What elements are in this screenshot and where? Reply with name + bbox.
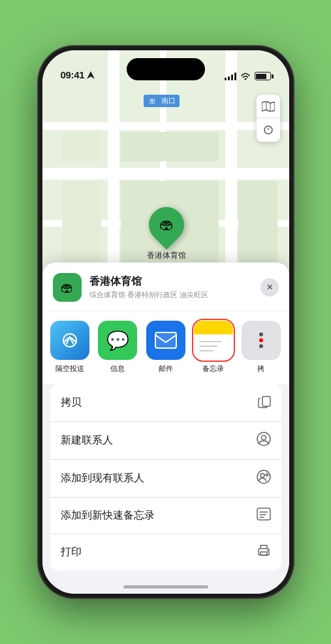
- signal-bar-4: [234, 72, 236, 80]
- stadium-label: 香港体育馆: [147, 250, 186, 261]
- more-label: 拷: [257, 364, 264, 374]
- note-svg: [257, 507, 271, 521]
- share-item-notes[interactable]: 备忘录: [191, 321, 236, 374]
- svg-point-19: [267, 550, 268, 551]
- stadium-pin: 🏟: [141, 200, 191, 250]
- svg-point-2: [264, 126, 272, 134]
- home-indicator: [123, 585, 208, 588]
- action-list: 拷贝 新建联系人: [50, 384, 281, 570]
- action-print[interactable]: 打印: [50, 534, 281, 570]
- svg-rect-13: [257, 508, 270, 520]
- svg-rect-4: [155, 332, 176, 348]
- add-existing-icon: [257, 470, 271, 487]
- compass-icon: [263, 125, 274, 135]
- signal-bars: [225, 72, 236, 80]
- location-header: 🏟 香港体育馆 综合体育馆·香港特别行政区 油尖旺区 ✕: [42, 263, 289, 311]
- contact-svg: [257, 432, 271, 446]
- dynamic-island: [127, 58, 205, 80]
- mail-svg: [155, 332, 177, 349]
- signal-bar-3: [231, 74, 233, 80]
- quick-note-label: 添加到新快速备忘录: [61, 509, 155, 523]
- location-button[interactable]: [257, 118, 280, 142]
- signal-bar-1: [225, 78, 227, 80]
- airdrop-svg: [60, 330, 80, 350]
- add-contact-svg: [257, 470, 271, 484]
- action-add-existing[interactable]: 添加到现有联系人: [50, 460, 281, 498]
- new-contact-icon: [257, 432, 271, 449]
- stadium-pin-icon: 🏟: [159, 216, 174, 233]
- share-row: 隔空投送 💬 信息 邮件: [42, 312, 289, 384]
- airdrop-label: 隔空投送: [55, 364, 84, 374]
- map-type-button[interactable]: [257, 95, 280, 118]
- notes-label: 备忘录: [202, 364, 224, 374]
- svg-point-1: [244, 78, 246, 80]
- airdrop-icon: [50, 321, 89, 360]
- share-item-more[interactable]: 拷: [238, 321, 283, 374]
- location-info: 香港体育馆 综合体育馆·香港特别行政区 油尖旺区: [89, 275, 253, 300]
- messages-icon: 💬: [98, 321, 137, 360]
- svg-point-10: [260, 474, 264, 477]
- mail-icon: [146, 321, 185, 360]
- phone-frame: 09:41: [39, 46, 293, 598]
- location-name: 香港体育馆: [89, 275, 253, 289]
- stadium-marker[interactable]: 🏟 香港体育馆: [147, 207, 186, 261]
- svg-rect-6: [262, 396, 270, 406]
- print-label: 打印: [61, 545, 82, 559]
- close-icon: ✕: [266, 283, 273, 292]
- messages-label: 信息: [110, 364, 125, 374]
- location-subtitle: 综合体育馆·香港特别行政区 油尖旺区: [89, 290, 253, 300]
- print-icon: [257, 544, 271, 560]
- svg-rect-18: [260, 552, 267, 555]
- action-new-contact[interactable]: 新建联系人: [50, 422, 281, 460]
- svg-point-8: [261, 436, 266, 440]
- action-quick-note[interactable]: 添加到新快速备忘录: [50, 498, 281, 534]
- copy-icon: [258, 394, 271, 411]
- action-copy[interactable]: 拷贝: [50, 384, 281, 422]
- battery-icon: [255, 72, 271, 80]
- location-venue-icon: 🏟: [53, 273, 82, 302]
- mail-label: 邮件: [159, 364, 173, 374]
- quick-note-icon: [257, 507, 271, 524]
- more-icon: [242, 321, 281, 360]
- copy-svg: [258, 394, 271, 408]
- location-arrow-icon: [87, 71, 95, 79]
- share-item-mail[interactable]: 邮件: [143, 321, 188, 374]
- map-icon: [262, 101, 275, 112]
- add-existing-label: 添加到现有联系人: [61, 472, 144, 485]
- phone-screen: 09:41: [42, 50, 289, 594]
- signal-bar-2: [228, 76, 230, 80]
- svg-marker-0: [87, 71, 95, 79]
- share-item-messages[interactable]: 💬 信息: [95, 321, 140, 374]
- bottom-sheet: 🏟 香港体育馆 综合体育馆·香港特别行政区 油尖旺区 ✕: [42, 263, 289, 594]
- copy-label: 拷贝: [61, 396, 82, 410]
- map-label: 图 南口: [144, 95, 180, 107]
- close-button[interactable]: ✕: [260, 278, 279, 297]
- notes-icon: [194, 321, 233, 360]
- new-contact-label: 新建联系人: [61, 434, 113, 447]
- print-svg: [257, 544, 271, 557]
- status-icons: [225, 72, 271, 80]
- status-time: 09:41: [61, 69, 85, 80]
- share-item-airdrop[interactable]: 隔空投送: [48, 321, 93, 374]
- wifi-icon: [240, 72, 251, 80]
- map-controls: [257, 95, 280, 142]
